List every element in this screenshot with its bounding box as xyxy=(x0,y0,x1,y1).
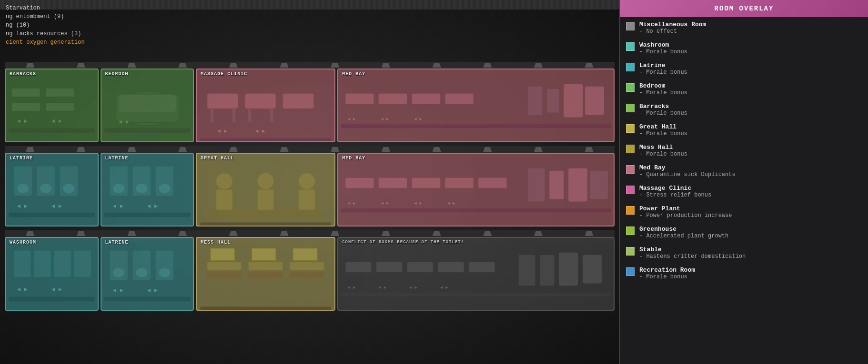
svg-point-86 xyxy=(159,268,170,277)
svg-rect-10 xyxy=(104,128,191,133)
overlay-room-name-3: Bedroom xyxy=(639,82,687,89)
overlay-item-5: Great Hall- Morale bonus xyxy=(626,123,862,137)
svg-point-54 xyxy=(257,173,274,189)
svg-rect-68 xyxy=(590,171,608,199)
overlay-color-10 xyxy=(626,226,635,235)
overlay-item-4: Barracks- Morale bonus xyxy=(626,103,862,117)
overlay-color-2 xyxy=(626,63,635,71)
svg-rect-55 xyxy=(257,189,274,210)
overlay-room-effect-5: - Morale bonus xyxy=(639,130,687,137)
svg-rect-89 xyxy=(104,297,191,302)
svg-rect-96 xyxy=(207,272,242,278)
svg-rect-75 xyxy=(34,251,50,276)
svg-rect-29 xyxy=(585,87,604,115)
overlay-room-effect-8: - Stress relief bonus xyxy=(639,192,711,198)
svg-rect-27 xyxy=(547,89,559,113)
svg-rect-51 xyxy=(104,213,191,217)
rock-top-decoration xyxy=(0,0,619,10)
overlay-list: Miscellaneous Room- No effectWashroom- M… xyxy=(620,17,868,364)
svg-rect-106 xyxy=(540,255,555,286)
svg-point-56 xyxy=(299,173,315,189)
room-conflict: CONFLICT OF ROOMS BECAUSE OF THE TOILET! xyxy=(337,237,615,311)
svg-rect-104 xyxy=(469,262,495,273)
svg-rect-24 xyxy=(412,94,441,104)
room-latrine2-label: LATRINE xyxy=(105,156,129,161)
svg-rect-53 xyxy=(216,189,233,210)
overlay-room-name-9: Power Plant xyxy=(639,205,732,212)
svg-text:◄ ►: ◄ ► xyxy=(17,203,28,210)
overlay-room-name-11: Stable xyxy=(639,246,746,253)
svg-rect-66 xyxy=(549,171,564,199)
svg-point-84 xyxy=(113,268,124,277)
svg-rect-91 xyxy=(249,262,283,270)
overlay-room-effect-9: - Power production increase xyxy=(639,212,732,219)
room-latrine1-interior: ◄ ► ◄ ► xyxy=(6,154,98,226)
room-medbay1-interior: ◄ ► ◄ ► ◄ ► xyxy=(338,69,614,141)
room-latrine3-label: LATRINE xyxy=(105,240,129,245)
room-massage-clinic: MASSAGE CLINIC ◄ ► xyxy=(196,69,335,142)
overlay-room-effect-12: - Morale bonus xyxy=(639,274,695,280)
overlay-color-11 xyxy=(626,247,635,256)
overlay-room-name-0: Miscellaneous Room xyxy=(639,21,706,28)
svg-point-47 xyxy=(136,184,147,193)
svg-point-37 xyxy=(17,184,29,193)
room-barracks: BARRACKS ◄ ► ◄ ► xyxy=(5,69,99,142)
room-latrine3-interior: ◄ ► ◄ ► xyxy=(101,238,193,310)
overlay-room-name-2: Latrine xyxy=(639,62,687,69)
overlay-item-2: Latrine- Morale bonus xyxy=(626,62,862,76)
notch-row-3 xyxy=(5,230,615,237)
room-bedroom: BEDROOM ◄ ► xyxy=(101,69,194,142)
overlay-item-9: Power Plant- Power production increase xyxy=(626,205,862,219)
room-washroom-label: WASHROOM xyxy=(10,240,36,245)
svg-text:◄ ►: ◄ ► xyxy=(147,287,158,294)
svg-point-48 xyxy=(159,184,170,193)
svg-rect-0 xyxy=(11,88,40,97)
svg-rect-18 xyxy=(271,108,273,122)
svg-rect-64 xyxy=(478,178,507,188)
svg-rect-93 xyxy=(211,248,235,261)
svg-rect-1 xyxy=(11,102,40,111)
svg-rect-100 xyxy=(345,262,372,273)
svg-text:◄ ►: ◄ ► xyxy=(381,201,389,206)
overlay-room-effect-11: - Hastens critter domestication xyxy=(639,253,746,260)
svg-text:◄ ►: ◄ ► xyxy=(17,286,28,293)
svg-rect-97 xyxy=(249,272,283,278)
overlay-room-effect-10: - Accelerated plant growth xyxy=(639,233,728,239)
room-mess-hall: MESS HALL xyxy=(196,237,335,311)
svg-rect-108 xyxy=(583,255,602,284)
svg-point-38 xyxy=(40,184,51,193)
svg-point-46 xyxy=(113,184,124,193)
svg-point-39 xyxy=(63,184,74,193)
room-conflict-interior: ◄ ► ◄ ► ◄ ► ◄ ► xyxy=(338,238,614,310)
svg-text:◄ ►: ◄ ► xyxy=(218,128,228,134)
svg-rect-77 xyxy=(74,251,91,276)
svg-rect-23 xyxy=(379,94,407,104)
status-starvation: Starvation xyxy=(6,4,85,12)
svg-rect-12 xyxy=(207,94,238,109)
overlay-item-6: Mess Hall- Morale bonus xyxy=(626,144,862,157)
svg-rect-74 xyxy=(14,251,30,276)
notch-row-2 xyxy=(5,146,615,153)
svg-text:◄ ►: ◄ ► xyxy=(447,201,455,206)
overlay-room-name-4: Barracks xyxy=(639,103,687,110)
svg-text:◄ ►: ◄ ► xyxy=(410,285,418,290)
room-great-hall-interior xyxy=(197,154,334,226)
room-medbay2-label: MED BAY xyxy=(342,156,365,161)
svg-rect-90 xyxy=(207,262,242,270)
svg-rect-9 xyxy=(119,95,176,112)
overlay-color-12 xyxy=(626,267,635,276)
status-ng: ng (10) xyxy=(6,21,85,30)
svg-rect-58 xyxy=(211,210,321,216)
overlay-item-0: Miscellaneous Room- No effect xyxy=(626,21,862,35)
svg-rect-76 xyxy=(54,251,71,276)
svg-text:◄ ►: ◄ ► xyxy=(51,203,62,210)
overlay-room-name-6: Mess Hall xyxy=(639,144,687,151)
room-washroom: WASHROOM ◄ ► ◄ ► xyxy=(5,237,99,311)
svg-rect-107 xyxy=(559,253,578,286)
overlay-room-name-5: Great Hall xyxy=(639,123,687,130)
overlay-room-effect-0: - No effect xyxy=(639,28,706,35)
overlay-room-effect-7: - Quarantine sick Duplicants xyxy=(639,171,736,178)
svg-rect-14 xyxy=(283,94,314,109)
room-latrine2-interior: ◄ ► ◄ ► xyxy=(101,154,193,226)
room-medbay-1: MED BAY ◄ ► ◄ xyxy=(337,69,615,142)
